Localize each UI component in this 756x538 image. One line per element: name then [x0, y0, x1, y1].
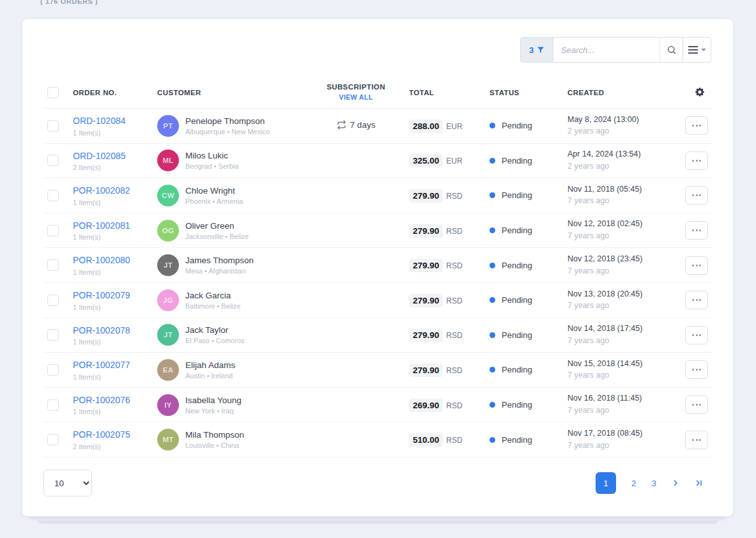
order-link[interactable]: POR-1002075 — [73, 429, 130, 440]
row-actions-button[interactable] — [685, 396, 708, 414]
status-dot — [490, 192, 495, 198]
order-items-count: 1 Item(s) — [73, 233, 157, 241]
table-row: POR-1002081 1 Item(s) OG Oliver Green Ja… — [43, 213, 712, 249]
total-amount: 279.90 — [409, 364, 443, 377]
page-button-2[interactable]: 2 — [631, 479, 636, 488]
customer-avatar: JG — [157, 289, 179, 311]
created-date: Nov 14, 2018 (17:45) — [567, 325, 667, 334]
filter-count: 3 — [529, 45, 534, 55]
row-checkbox[interactable] — [47, 399, 59, 411]
header-total: TOTAL — [395, 89, 475, 96]
customer-name: Milos Lukic — [185, 151, 238, 160]
row-actions-button[interactable] — [685, 221, 708, 240]
order-link[interactable]: POR-1002078 — [73, 325, 130, 335]
select-all-checkbox[interactable] — [47, 87, 59, 98]
repeat-icon — [337, 120, 346, 130]
status-label: Pending — [502, 365, 532, 374]
row-actions-button[interactable] — [685, 360, 708, 379]
page-size-select[interactable]: 10 — [43, 470, 92, 496]
view-all-link[interactable]: VIEW ALL — [317, 93, 395, 103]
order-items-count: 2 Item(s) — [73, 443, 157, 450]
row-actions-button[interactable] — [685, 291, 708, 309]
header-order-no: ORDER NO. — [73, 89, 157, 96]
order-link[interactable]: POR-1002081 — [73, 220, 130, 231]
total-currency: RSD — [446, 331, 462, 340]
created-ago: 2 years ago — [567, 127, 667, 136]
status-dot — [490, 332, 495, 338]
order-link[interactable]: POR-1002077 — [73, 360, 130, 370]
row-checkbox[interactable] — [47, 155, 59, 166]
status-label: Pending — [502, 261, 532, 270]
order-items-count: 1 Item(s) — [73, 199, 157, 206]
next-page-button[interactable] — [672, 479, 679, 487]
order-link[interactable]: ORD-102085 — [73, 151, 126, 161]
status-label: Pending — [502, 190, 532, 200]
filter-button[interactable]: 3 — [521, 38, 553, 62]
status-label: Pending — [502, 156, 532, 165]
row-actions-button[interactable] — [685, 256, 708, 275]
order-items-count: 1 Item(s) — [73, 373, 157, 381]
customer-location: Jacksonville • Belize — [185, 233, 249, 240]
row-checkbox[interactable] — [47, 259, 59, 271]
table-row: POR-1002082 1 Item(s) CW Chloe Wright Ph… — [43, 178, 712, 213]
header-subscription: SUBSCRIPTION — [327, 83, 385, 91]
customer-avatar: IY — [157, 394, 179, 416]
table-row: ORD-102085 2 Item(s) ML Milos Lukic Beog… — [43, 144, 712, 179]
total-currency: EUR — [446, 157, 462, 165]
order-link[interactable]: POR-1002080 — [73, 255, 130, 265]
total-currency: RSD — [446, 296, 462, 305]
search-input[interactable] — [553, 38, 660, 62]
customer-avatar: ML — [157, 150, 179, 171]
total-currency: EUR — [446, 122, 462, 131]
order-link[interactable]: POR-1002082 — [73, 185, 130, 196]
page-button-1[interactable]: 1 — [596, 472, 616, 494]
created-date: Apr 14, 2024 (13:54) — [567, 150, 667, 159]
row-checkbox[interactable] — [47, 225, 59, 236]
order-items-count: 1 Item(s) — [73, 338, 157, 346]
status-dot — [490, 227, 495, 233]
list-options-button[interactable] — [683, 38, 711, 62]
funnel-icon — [537, 46, 544, 54]
status-dot — [490, 402, 495, 408]
order-items-count: 1 Item(s) — [73, 129, 157, 137]
row-actions-button[interactable] — [685, 186, 708, 204]
order-link[interactable]: ORD-102084 — [73, 116, 126, 126]
pagination: 1 2 3 — [596, 472, 703, 494]
page-button-3[interactable]: 3 — [651, 479, 656, 488]
table-row: POR-1002076 1 Item(s) IY Isabella Young … — [43, 388, 712, 423]
row-actions-button[interactable] — [685, 116, 708, 135]
row-checkbox[interactable] — [47, 295, 59, 306]
search-button[interactable] — [660, 38, 683, 62]
row-actions-button[interactable] — [685, 151, 708, 170]
row-checkbox[interactable] — [47, 120, 59, 132]
customer-name: Elijah Adams — [185, 360, 235, 370]
order-link[interactable]: POR-1002076 — [73, 395, 130, 405]
table-body: ORD-102084 1 Item(s) PT Penelope Thompso… — [43, 109, 712, 457]
gear-icon[interactable] — [695, 88, 704, 96]
row-checkbox[interactable] — [47, 329, 59, 341]
created-date: Nov 13, 2018 (20:45) — [567, 290, 667, 299]
total-amount: 279.90 — [409, 259, 443, 272]
customer-avatar: JT — [157, 324, 179, 346]
status-label: Pending — [502, 121, 532, 130]
subscription-content: 7 days — [337, 120, 376, 130]
total-currency: RSD — [446, 401, 462, 410]
total-amount: 288.00 — [409, 119, 443, 133]
row-checkbox[interactable] — [47, 190, 59, 201]
status-dot — [490, 158, 495, 164]
status-label: Pending — [502, 400, 532, 410]
created-date: Nov 12, 2018 (02:45) — [567, 220, 667, 229]
row-checkbox[interactable] — [47, 364, 59, 376]
customer-name: Isabella Young — [185, 396, 242, 405]
row-actions-button[interactable] — [685, 431, 708, 449]
row-actions-button[interactable] — [685, 326, 708, 344]
status-dot — [490, 263, 495, 268]
table-row: POR-1002080 1 Item(s) JT James Thompson … — [43, 248, 712, 283]
orders-card: 3 ORDER NO. CUSTOMER SUBSCRIPTION VIE — [22, 19, 733, 516]
created-date: Nov 11, 2018 (05:45) — [567, 185, 667, 194]
row-checkbox[interactable] — [47, 434, 59, 445]
order-link[interactable]: POR-1002079 — [73, 290, 130, 300]
customer-name: Chloe Wright — [185, 186, 243, 196]
orders-count-label: ( 176 ORDERS ) — [40, 0, 98, 5]
last-page-button[interactable] — [695, 479, 703, 487]
